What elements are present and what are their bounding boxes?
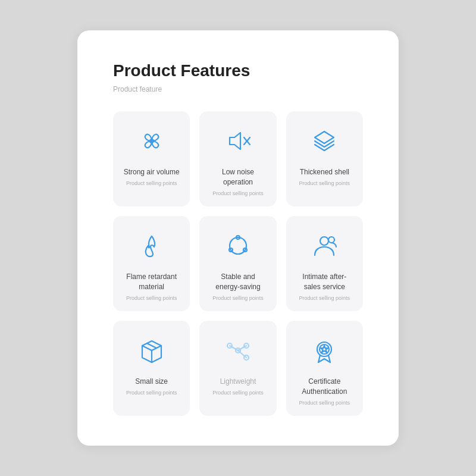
feature-after-sales: Intimate after-sales service Product sel… — [286, 216, 363, 311]
page-subtitle: Product feature — [113, 85, 363, 93]
product-features-card: Product Features Product feature Strong … — [77, 30, 399, 446]
svg-point-10 — [328, 237, 334, 243]
svg-point-9 — [320, 237, 328, 245]
feature-desc: Product selling points — [299, 399, 350, 407]
box-icon — [134, 333, 170, 368]
feature-desc: Product selling points — [299, 180, 350, 187]
features-grid: Strong air volume Product selling points… — [113, 111, 363, 416]
medal-icon — [306, 333, 342, 368]
feature-certificate: Certificate Authentication Product selli… — [286, 321, 363, 416]
page-title: Product Features — [113, 60, 363, 82]
person-icon — [306, 228, 342, 264]
feature-label: Strong air volume — [124, 167, 180, 177]
layers-icon — [306, 123, 342, 159]
svg-line-15 — [147, 343, 156, 348]
mute-icon — [220, 123, 256, 159]
feature-label: Stable and energy-saving — [208, 272, 268, 292]
svg-marker-4 — [315, 131, 334, 143]
flame-icon — [134, 228, 170, 264]
feature-desc: Product selling points — [212, 295, 264, 302]
feature-label: Lightweight — [220, 377, 256, 387]
svg-line-22 — [238, 350, 246, 358]
feature-label: Small size — [135, 377, 168, 387]
feature-lightweight: Lightweight Product selling points — [199, 321, 276, 416]
svg-line-12 — [142, 346, 152, 350]
feature-label: Thickened shell — [300, 167, 349, 177]
feature-small-size: Small size Product selling points — [113, 321, 190, 416]
feature-desc: Product selling points — [126, 389, 177, 397]
feature-flame-retardant: Flame retardant material Product selling… — [113, 216, 190, 311]
feature-label: Flame retardant material — [121, 272, 181, 292]
nodes-icon — [220, 333, 256, 368]
fan-icon — [134, 123, 170, 159]
feature-desc: Product selling points — [126, 295, 177, 302]
feature-desc: Product selling points — [299, 295, 350, 302]
feature-low-noise: Low noise operation Product selling poin… — [199, 111, 276, 206]
feature-desc: Product selling points — [126, 180, 177, 187]
feature-thickened-shell: Thickened shell Product selling points — [286, 111, 363, 206]
feature-label: Certificate Authentication — [295, 377, 355, 397]
feature-strong-air-volume: Strong air volume Product selling points — [113, 111, 190, 206]
svg-marker-1 — [230, 133, 240, 149]
feature-label: Low noise operation — [208, 167, 268, 187]
feature-desc: Product selling points — [212, 389, 264, 397]
feature-label: Intimate after-sales service — [295, 272, 355, 292]
feature-stable-energy: Stable and energy-saving Product selling… — [199, 216, 276, 311]
cycle-icon — [220, 228, 256, 264]
feature-desc: Product selling points — [212, 190, 264, 198]
